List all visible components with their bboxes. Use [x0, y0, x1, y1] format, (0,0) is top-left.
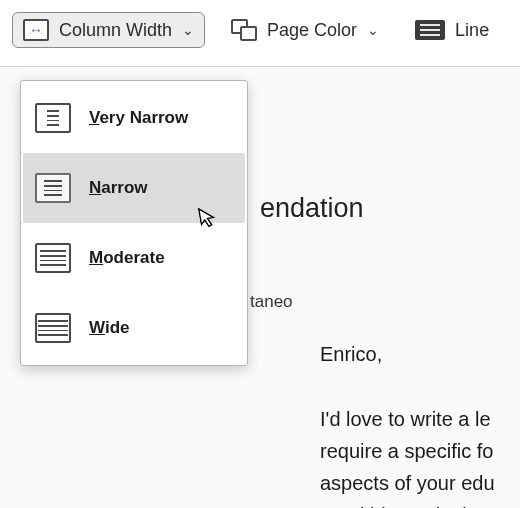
column-width-button[interactable]: Column Width ⌄ [12, 12, 205, 48]
line-focus-button[interactable]: Line [405, 14, 499, 47]
chevron-down-icon: ⌄ [367, 22, 379, 38]
column-width-icon [23, 19, 49, 41]
menu-label: Very Narrow [89, 108, 188, 128]
document-author-fragment: taneo [250, 292, 293, 312]
menu-item-wide[interactable]: Wide [23, 293, 245, 363]
document-greeting: Enrico, [320, 343, 382, 366]
very-narrow-icon [35, 103, 71, 133]
body-line: I'd love to write a le [320, 403, 495, 435]
chevron-down-icon: ⌄ [182, 22, 194, 38]
page-color-icon [231, 19, 257, 41]
menu-label: Wide [89, 318, 129, 338]
document-title-fragment: endation [260, 193, 364, 224]
menu-item-narrow[interactable]: Narrow [23, 153, 245, 223]
line-focus-icon [415, 20, 445, 40]
page-color-button[interactable]: Page Color ⌄ [221, 13, 389, 47]
document-body: I'd love to write a le require a specifi… [320, 403, 495, 508]
menu-label: Moderate [89, 248, 165, 268]
moderate-icon [35, 243, 71, 273]
column-width-menu[interactable]: Very Narrow Narrow Moderate Wide [20, 80, 248, 366]
menu-item-moderate[interactable]: Moderate [23, 223, 245, 293]
body-line: good idea to look at [320, 499, 495, 508]
wide-icon [35, 313, 71, 343]
menu-item-very-narrow[interactable]: Very Narrow [23, 83, 245, 153]
menu-label: Narrow [89, 178, 148, 198]
body-line: require a specific fo [320, 435, 495, 467]
page-color-label: Page Color [267, 20, 357, 41]
body-line: aspects of your edu [320, 467, 495, 499]
narrow-icon [35, 173, 71, 203]
column-width-label: Column Width [59, 20, 172, 41]
line-focus-label: Line [455, 20, 489, 41]
